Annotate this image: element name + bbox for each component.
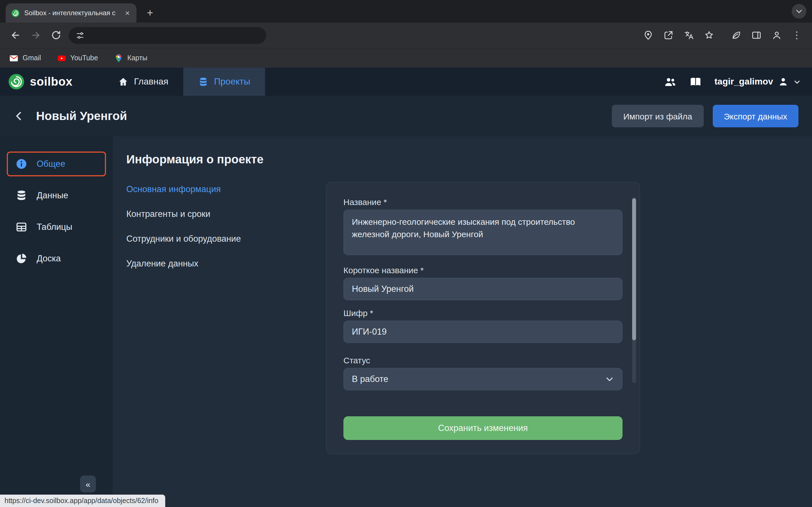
subnav-delete-data[interactable]: Удаление данных (126, 258, 312, 269)
name-label: Название * (343, 197, 622, 207)
tune-icon[interactable] (75, 31, 85, 40)
nav-item-home[interactable]: Главная (103, 68, 183, 96)
chevron-down-icon (605, 375, 614, 384)
back-icon[interactable] (6, 25, 25, 45)
page-actions: Импорт из файла Экспорт данных (612, 105, 799, 127)
app-header: soilbox Главная Проекты tagir_galimov (0, 68, 812, 96)
database-icon (15, 189, 28, 202)
soilbox-logo-icon (8, 73, 25, 90)
leaf-extension-icon[interactable] (726, 25, 746, 45)
omnibox (69, 27, 266, 44)
sidebar-collapse-button[interactable]: « (80, 475, 96, 492)
import-button[interactable]: Импорт из файла (612, 105, 703, 127)
subnav-staff-equipment[interactable]: Сотрудники и оборудование (126, 233, 312, 244)
table-icon (15, 221, 28, 233)
save-button[interactable]: Сохранить изменения (343, 416, 622, 440)
header-right: tagir_galimov (664, 75, 812, 88)
project-info-card: Название * Инженерно-геологические изыск… (326, 182, 640, 454)
bookmark-gmail[interactable]: Gmail (9, 53, 41, 63)
new-tab-button[interactable]: + (142, 5, 158, 21)
soilbox-logo[interactable]: soilbox (8, 73, 72, 90)
status-url-bubble: https://ci-dev.soilbox.app/app/data/obje… (0, 495, 165, 507)
app-body: Общее Данные Таблицы Доска « Информация … (0, 136, 812, 507)
sidebar-item-board[interactable]: Доска (7, 246, 106, 271)
bookmark-maps[interactable]: Карты (114, 53, 147, 63)
profile-icon[interactable] (767, 25, 786, 45)
chevron-down-icon (795, 7, 803, 15)
info-icon (15, 158, 28, 170)
section-title: Информация о проекте (126, 152, 812, 167)
reload-icon[interactable] (46, 25, 65, 45)
username: tagir_galimov (714, 76, 773, 87)
status-select[interactable]: В работе (343, 368, 622, 390)
open-in-new-icon[interactable] (659, 25, 678, 45)
browser-tab-strip: Soilbox - интеллектуальная с × + (0, 0, 812, 22)
name-textarea[interactable]: Инженерно-геологические изыскания под ст… (343, 210, 622, 255)
translate-icon[interactable] (679, 25, 698, 45)
card-scrollbar-thumb[interactable] (632, 198, 636, 340)
person-icon (777, 76, 789, 87)
location-pin-icon[interactable] (638, 25, 658, 45)
bookmark-youtube[interactable]: YouTube (57, 53, 98, 63)
screen: Soilbox - интеллектуальная с × + (0, 0, 812, 507)
sidebar-item-general[interactable]: Общее (7, 152, 106, 176)
forward-icon[interactable] (26, 25, 45, 45)
browser-tab[interactable]: Soilbox - интеллектуальная с × (6, 3, 137, 22)
pie-chart-icon (15, 252, 28, 265)
tab-title: Soilbox - интеллектуальная с (24, 9, 119, 17)
tab-close-icon[interactable]: × (124, 8, 131, 18)
book-icon[interactable] (689, 75, 702, 88)
sidebar-item-data[interactable]: Данные (7, 183, 106, 208)
subnav-basic-info[interactable]: Основная информация (126, 184, 312, 195)
status-label: Статус (343, 355, 622, 365)
maps-pin-icon (114, 53, 123, 63)
short-name-label: Короткое название * (343, 265, 622, 275)
browser-toolbar: ⋮ (0, 22, 812, 48)
browser-menu-icon[interactable]: ⋮ (787, 25, 806, 45)
side-panel-icon[interactable] (747, 25, 766, 45)
user-menu[interactable]: tagir_galimov (714, 76, 801, 87)
bookmark-star-icon[interactable] (699, 25, 718, 45)
subnav-contractors[interactable]: Контрагенты и сроки (126, 209, 312, 220)
toolbar-right-cluster: ⋮ (638, 25, 806, 45)
address-bar-input[interactable] (89, 31, 259, 40)
sidebar-item-tables[interactable]: Таблицы (7, 215, 106, 239)
tab-search-button[interactable] (792, 4, 806, 18)
chevron-down-icon (794, 78, 801, 86)
youtube-icon (57, 53, 66, 63)
sidebar: Общее Данные Таблицы Доска « (0, 136, 113, 507)
home-icon (117, 76, 128, 87)
database-icon (198, 76, 208, 87)
soilbox-favicon (11, 9, 20, 17)
code-input[interactable] (343, 321, 622, 343)
gmail-icon (9, 53, 18, 63)
page-header: Новый Уренгой Импорт из файла Экспорт да… (0, 96, 812, 136)
page-title: Новый Уренгой (36, 109, 127, 123)
chevron-left-icon (13, 110, 25, 122)
section-subnav: Основная информация Контрагенты и сроки … (126, 184, 312, 269)
export-button[interactable]: Экспорт данных (712, 105, 799, 127)
main-content: Информация о проекте Основная информация… (113, 136, 812, 507)
nav-item-projects[interactable]: Проекты (183, 68, 265, 96)
users-icon[interactable] (664, 75, 677, 88)
code-label: Шифр * (343, 308, 622, 318)
short-name-input[interactable] (343, 278, 622, 300)
bookmarks-bar: Gmail YouTube Карты (0, 48, 812, 68)
back-button[interactable] (13, 110, 25, 122)
